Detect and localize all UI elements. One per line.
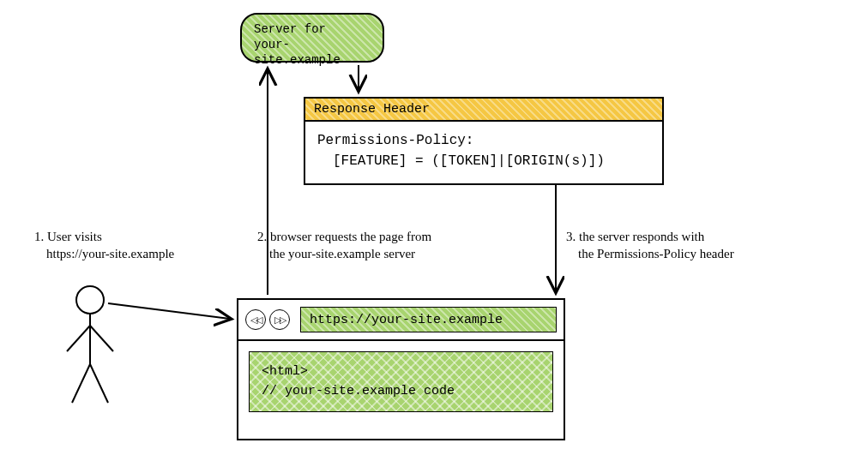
code-line2: // your-site.example code [262, 382, 540, 402]
server-box: Server for your-site.example [240, 13, 384, 63]
browser-toolbar: ◁◁ ▷▷ https://your-site.example [238, 300, 564, 341]
svg-line-4 [72, 364, 90, 403]
server-line2: your-site.example [254, 37, 371, 68]
address-bar[interactable]: https://your-site.example [300, 307, 557, 332]
step-3-label: 3. the server responds with the Permissi… [566, 228, 823, 263]
response-body: Permissions-Policy: [FEATURE] = ([TOKEN]… [305, 122, 662, 183]
browser-viewport: <html> // your-site.example code [238, 341, 564, 422]
page-code-block: <html> // your-site.example code [249, 351, 553, 412]
response-header-box: Response Header Permissions-Policy: [FEA… [304, 97, 664, 185]
forward-button[interactable]: ▷▷ [269, 309, 290, 330]
svg-line-3 [90, 326, 113, 351]
browser-window: ◁◁ ▷▷ https://your-site.example <html> /… [237, 298, 565, 440]
code-line1: <html> [262, 362, 540, 382]
server-line1: Server for [254, 21, 371, 37]
svg-line-2 [67, 326, 90, 351]
user-icon [60, 283, 129, 411]
svg-point-0 [76, 286, 104, 314]
policy-name: Permissions-Policy: [317, 130, 650, 151]
step-2-label: 2. browser requests the page from the yo… [257, 228, 506, 263]
svg-line-5 [90, 364, 108, 403]
policy-value: [FEATURE] = ([TOKEN]|[ORIGIN(s)]) [317, 151, 650, 171]
response-header-title: Response Header [305, 99, 662, 122]
step-1-label: 1. User visits https://your-site.example [34, 228, 232, 263]
back-button[interactable]: ◁◁ [245, 309, 266, 330]
